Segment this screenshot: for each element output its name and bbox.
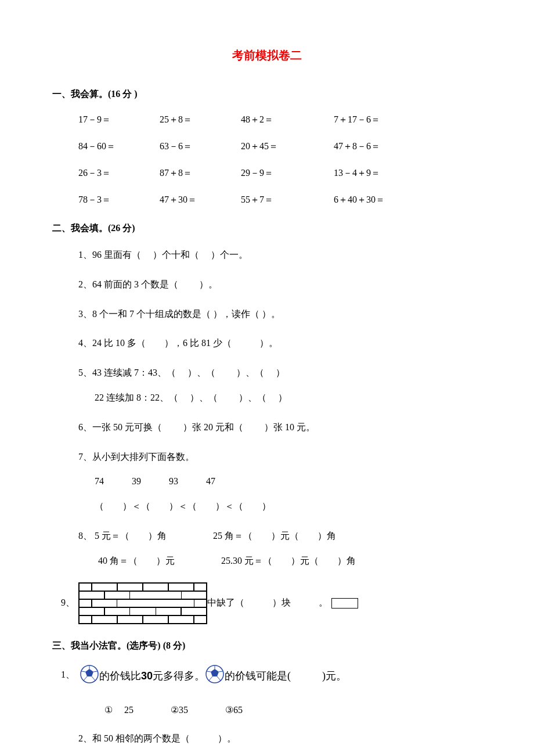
calc-grid: 17－9＝ 25＋8＝ 48＋2＝ 7＋17－6＝ 84－60＝ 63－6＝ 2… [78,113,482,207]
question-2: 2、64 前面的 3 个数是（ ）。 [78,276,482,293]
calc-cell: 6＋40＋30＝ [334,193,385,207]
calc-cell: 29－9＝ [241,166,334,180]
calc-cell: 26－3＝ [78,166,160,180]
q1-number: 1、 [61,664,75,682]
q1-text-2: 元多得多。 [153,668,205,684]
page-title: 考前模拟卷二 [52,46,482,64]
q1-amount: 30 [141,668,153,684]
question-5-line-1: 5、43 连续减 7：43、（ ）、（ ）、（ ） [78,365,482,381]
calc-cell: 20＋45＝ [241,139,334,153]
q1-text-1: 的价钱比 [99,668,141,684]
calc-cell: 13－4＋9＝ [334,166,380,180]
question-8-line-2: 40 角＝（ ）元 25.30 元＝（ ）元（ ）角 [98,553,482,570]
calc-cell: 48＋2＝ [241,113,334,127]
calc-cell: 25＋8＝ [160,113,241,127]
calc-cell: 47＋30＝ [160,193,241,207]
soccer-ball-icon [80,664,99,689]
choice-3: ③65 [225,705,243,715]
question-5-line-2: 22 连续加 8：22、（ ）、（ ）、（ ） [95,390,482,406]
question-8: 8、 5 元＝（ ）角 25 角＝（ ）元（ ）角 40 角＝（ ）元 25.3… [78,528,482,570]
question-7: 7、从小到大排列下面各数。 74 39 93 47 （ ）＜（ ）＜（ ）＜（ … [78,449,482,515]
question-9-tail: 中缺了（ ）块 。 [207,595,328,611]
calc-row: 26－3＝ 87＋8＝ 29－9＝ 13－4＋9＝ [78,166,482,180]
choice-1: ① 25 [104,705,134,715]
question-5: 5、43 连续减 7：43、（ ）、（ ）、（ ） 22 连续加 8：22、（ … [78,365,482,406]
question-4: 4、24 比 10 多（ ），6 比 81 少（ ）。 [78,335,482,352]
section-3-q1: 1、 的价钱比 30 元多得多。 的价钱可能是( )元。 [61,664,482,689]
calc-row: 17－9＝ 25＋8＝ 48＋2＝ 7＋17－6＝ [78,113,482,127]
single-brick-icon [331,598,358,609]
section-1-heading: 一、我会算。(16 分 ) [52,87,482,101]
calc-row: 78－3＝ 47＋30＝ 55＋7＝ 6＋40＋30＝ [78,193,482,207]
question-3: 3、8 个一和 7 个十组成的数是（ ），读作（ ）。 [78,306,482,323]
soccer-ball-icon [205,664,225,689]
calc-cell: 78－3＝ [78,193,160,207]
calc-cell: 63－6＝ [160,139,241,153]
q1-choices: ① 25 ②35 ③65 [104,703,482,717]
calc-cell: 47＋8－6＝ [334,139,380,153]
question-7-blanks: （ ）＜（ ）＜（ ）＜（ ） [95,498,482,515]
section-3-q2: 2、和 50 相邻的两个数是（ ）。 [78,732,482,746]
section-2-heading: 二、我会填。(26 分) [52,221,482,235]
section-2-questions: 1、96 里面有（ ）个十和（ ）个一。 2、64 前面的 3 个数是（ ）。 … [78,247,482,624]
section-3-heading: 三、我当小法官。(选序号) (8 分) [52,639,482,653]
calc-row: 84－60＝ 63－6＝ 20＋45＝ 47＋8－6＝ [78,139,482,153]
brick-wall-icon [78,582,207,624]
calc-cell: 87＋8＝ [160,166,241,180]
question-7-numbers: 74 39 93 47 [95,473,482,490]
calc-cell: 17－9＝ [78,113,160,127]
calc-cell: 7＋17－6＝ [334,113,380,127]
calc-cell: 84－60＝ [78,139,160,153]
question-6: 6、一张 50 元可换（ ）张 20 元和（ ）张 10 元。 [78,419,482,436]
question-9-number: 9、 [61,595,78,611]
q1-text-3: 的价钱可能是( )元。 [225,668,347,684]
question-7-intro: 7、从小到大排列下面各数。 [78,449,482,466]
choice-2: ②35 [171,705,188,715]
question-9: 9、 中缺了（ ）块 。 [61,582,482,624]
question-8-line-1: 8、 5 元＝（ ）角 25 角＝（ ）元（ ）角 [78,528,482,545]
question-1: 1、96 里面有（ ）个十和（ ）个一。 [78,247,482,264]
calc-cell: 55＋7＝ [241,193,334,207]
